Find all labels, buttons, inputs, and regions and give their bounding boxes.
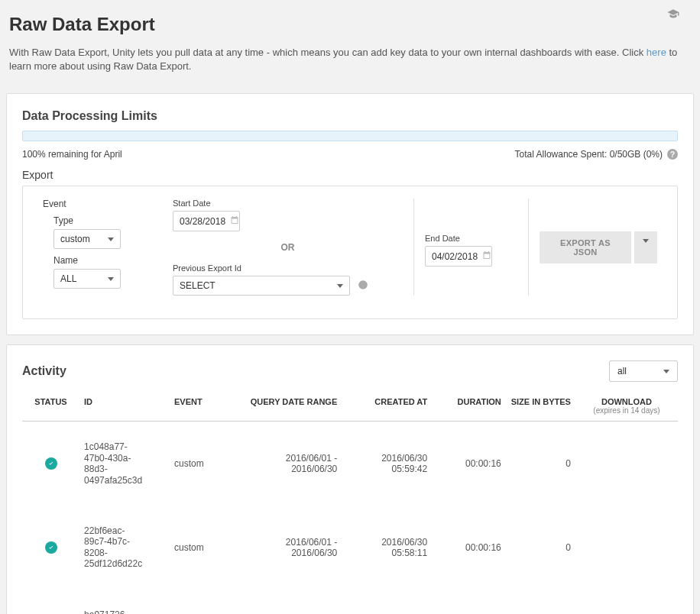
id-fragment: ba971726- — [84, 609, 165, 615]
limits-export-panel: Data Processing Limits 100% remaining fo… — [6, 93, 694, 335]
chevron-down-icon — [108, 238, 114, 241]
col-event: EVENT — [170, 391, 235, 422]
prev-export-value: SELECT — [180, 280, 216, 291]
calendar-icon — [482, 250, 491, 262]
id-fragment: 88d3- — [84, 464, 165, 474]
download-cell — [575, 590, 678, 615]
chevron-down-icon — [337, 284, 343, 288]
name-label: Name — [53, 255, 151, 266]
date-range-cell: 2016/06/01 -2016/06/30 — [235, 506, 342, 590]
end-date-input[interactable]: 04/02/2018 — [425, 246, 492, 267]
usage-progress-bar — [22, 131, 678, 141]
table-row: 1c048a77-47b0-430a-88d3-0497afa25c3dcust… — [22, 422, 678, 506]
id-fragment: 0497afa25c3d — [84, 475, 165, 486]
table-row: 22bf6eac-89c7-4b7c-8208-25df12d6d22ccust… — [22, 506, 678, 590]
calendar-icon — [230, 215, 239, 227]
graduation-cap-icon[interactable] — [666, 8, 680, 21]
event-label: Event — [43, 199, 151, 209]
col-download-label: DOWNLOAD — [601, 397, 652, 406]
chevron-down-icon — [663, 370, 669, 373]
id-fragment: 89c7-4b7c- — [84, 536, 165, 547]
reset-icon[interactable] — [358, 280, 368, 292]
event-name-select[interactable]: ALL — [53, 269, 121, 289]
page-description: With Raw Data Export, Unity lets you pul… — [9, 46, 691, 73]
date-range-cell: 2016/06/01 -2016/06/30 — [235, 422, 342, 506]
event-cell: custom — [170, 506, 235, 590]
chevron-down-icon — [108, 277, 114, 281]
activity-filter-value: all — [617, 366, 627, 376]
download-cell — [575, 422, 678, 506]
status-cell — [22, 506, 79, 590]
event-type-value: custom — [60, 234, 90, 244]
id-cell: 1c048a77-47b0-430a-88d3-0497afa25c3d — [79, 422, 170, 506]
id-fragment: 8208- — [84, 548, 165, 558]
event-type-select[interactable]: custom — [53, 229, 121, 249]
created-at-cell: 2016/06/3005:58:11 — [342, 506, 432, 590]
col-download: DOWNLOAD (expires in 14 days) — [575, 391, 678, 422]
id-fragment: 25df12d6d22c — [84, 558, 165, 569]
duration-cell: 00:00:16 — [432, 506, 506, 590]
status-cell — [22, 422, 79, 506]
svg-point-0 — [358, 280, 368, 289]
status-complete-icon — [45, 457, 57, 470]
type-label: Type — [53, 215, 151, 226]
id-cell: ba971726-5b22-4f64-bf20-82dc3f355adf — [79, 590, 170, 615]
export-form: Event Type custom Name ALL Start Date 03… — [22, 186, 678, 319]
event-name-value: ALL — [60, 273, 76, 284]
id-fragment: 22bf6eac- — [84, 525, 165, 536]
or-separator: OR — [173, 242, 403, 253]
export-format-dropdown[interactable] — [634, 231, 657, 263]
col-duration: DURATION — [432, 391, 506, 422]
col-size: SIZE IN BYTES — [506, 391, 575, 422]
chevron-down-icon — [643, 239, 649, 252]
duration-cell: 00:00:16 — [432, 422, 506, 506]
col-id: ID — [79, 391, 170, 422]
allowance-text: Total Allowance Spent: 0/50GB (0%) — [515, 149, 663, 160]
page-title: Raw Data Export — [9, 14, 691, 35]
export-section-label: Export — [22, 169, 678, 181]
limits-title: Data Processing Limits — [22, 109, 678, 123]
date-range-cell: 2016/06/01 -2016/06/30 — [235, 590, 342, 615]
created-at-cell: 2016/06/3005:59:42 — [342, 422, 432, 506]
end-date-value: 04/02/2018 — [432, 251, 478, 262]
col-date-range: QUERY DATE RANGE — [235, 391, 342, 422]
prev-export-select[interactable]: SELECT — [173, 276, 350, 296]
event-cell: custom — [170, 590, 235, 615]
end-date-label: End Date — [425, 234, 517, 243]
col-created-at: CREATED AT — [342, 391, 432, 422]
event-cell: custom — [170, 422, 235, 506]
learn-more-link[interactable]: here — [647, 47, 666, 58]
col-download-sublabel: (expires in 14 days) — [580, 406, 673, 415]
remaining-text: 100% remaining for April — [22, 149, 122, 160]
desc-text-before: With Raw Data Export, Unity lets you pul… — [9, 47, 647, 58]
prev-export-label: Previous Export Id — [173, 263, 403, 273]
status-cell — [22, 590, 79, 615]
col-status: STATUS — [22, 391, 79, 422]
activity-table: STATUS ID EVENT QUERY DATE RANGE CREATED… — [22, 391, 678, 614]
start-date-value: 03/28/2018 — [180, 216, 225, 227]
export-as-json-button[interactable]: EXPORT AS JSON — [540, 231, 631, 263]
activity-title: Activity — [22, 364, 66, 378]
id-fragment: 1c048a77- — [84, 441, 165, 452]
start-date-label: Start Date — [173, 199, 403, 208]
table-row: ba971726-5b22-4f64-bf20-82dc3f355adfcust… — [22, 590, 678, 615]
start-date-input[interactable]: 03/28/2018 — [173, 211, 240, 231]
id-fragment: 47b0-430a- — [84, 453, 165, 464]
download-cell — [575, 506, 678, 590]
info-icon[interactable]: ? — [667, 149, 678, 160]
activity-panel: Activity all STATUS ID EVENT QUERY DATE … — [6, 344, 694, 614]
duration-cell: 00:00:16 — [432, 590, 506, 615]
status-complete-icon — [45, 541, 57, 554]
created-at-cell: 2016/06/3005:57:47 — [342, 590, 432, 615]
id-cell: 22bf6eac-89c7-4b7c-8208-25df12d6d22c — [79, 506, 170, 590]
activity-filter-select[interactable]: all — [609, 360, 678, 382]
size-cell: 0 — [506, 590, 575, 615]
size-cell: 0 — [506, 422, 575, 506]
size-cell: 0 — [506, 506, 575, 590]
